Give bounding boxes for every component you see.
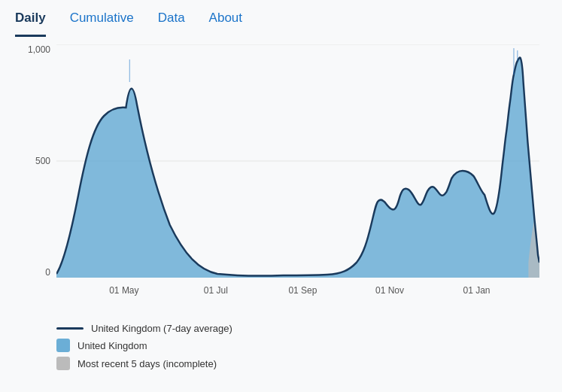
legend-label-line: United Kingdom (7-day average) (91, 323, 232, 334)
tab-about[interactable]: About (209, 11, 242, 37)
tab-data[interactable]: Data (158, 11, 185, 37)
legend-item-line: United Kingdom (7-day average) (56, 323, 547, 334)
tab-daily[interactable]: Daily (15, 11, 46, 37)
legend-label-gray: Most recent 5 days (incomplete) (77, 358, 217, 369)
legend-item-gray: Most recent 5 days (incomplete) (56, 357, 547, 370)
x-label-sep: 01 Sep (288, 285, 317, 296)
y-label-0: 0 (45, 267, 50, 278)
legend-label-blue: United Kingdom (77, 340, 147, 351)
x-axis: 01 May 01 Jul 01 Sep 01 Nov 01 Jan (56, 285, 539, 308)
x-label-jan: 01 Jan (463, 285, 491, 296)
legend-line-icon (56, 327, 84, 330)
legend-box-blue-icon (56, 339, 70, 352)
legend-box-gray-icon (56, 357, 70, 370)
chart-container: 1,000 500 0 (0, 37, 562, 315)
nav-tabs: Daily Cumulative Data About (0, 0, 562, 37)
legend: United Kingdom (7-day average) United Ki… (0, 315, 562, 378)
tab-cumulative[interactable]: Cumulative (70, 11, 134, 37)
chart-svg (56, 44, 539, 278)
y-axis: 1,000 500 0 (15, 44, 56, 278)
x-label-may: 01 May (109, 285, 138, 296)
y-label-1000: 1,000 (28, 44, 50, 55)
chart-inner (56, 44, 539, 278)
y-label-500: 500 (35, 156, 50, 166)
chart-area: 1,000 500 0 (15, 44, 547, 308)
x-label-nov: 01 Nov (375, 285, 404, 296)
x-label-jul: 01 Jul (204, 285, 228, 296)
legend-item-blue: United Kingdom (56, 339, 547, 352)
